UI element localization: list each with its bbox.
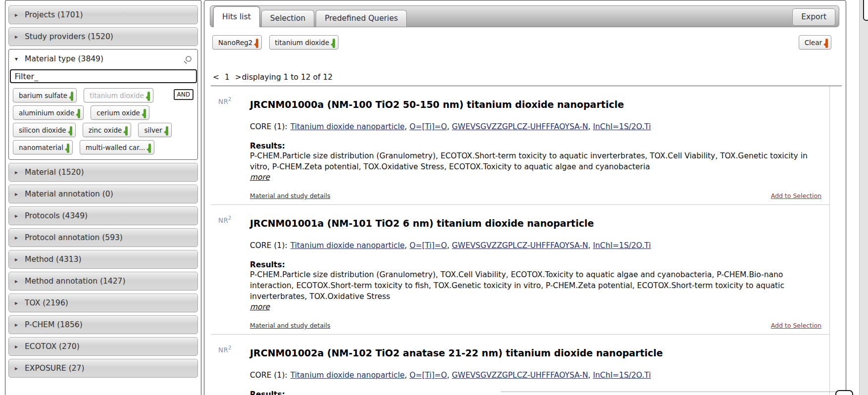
- accordion-section-protocol-annotation[interactable]: ▸ Protocol annotation (593): [8, 228, 198, 247]
- caret-right-icon: ▸: [15, 234, 18, 241]
- filter-marker-icon: [148, 144, 151, 153]
- result-card: NR2 JRCNM01001a (NM-101 TiO2 6 nm) titan…: [211, 205, 830, 335]
- active-filter-nanoreg2[interactable]: NanoReg2: [212, 35, 262, 49]
- caret-right-icon: ▸: [15, 212, 18, 219]
- accordion-label: Method (4313): [25, 255, 82, 264]
- accordion-section-projects[interactable]: ▸ Projects (1701): [8, 5, 198, 24]
- chip-label: silicon dioxide: [19, 126, 66, 134]
- accordion-label: Study providers (1520): [25, 32, 113, 41]
- chip-label: aluminium oxide: [19, 109, 74, 117]
- core-line: CORE (1):Titanium dioxide nanoparticleO=…: [250, 371, 824, 380]
- facet-chip-cerium-oxide[interactable]: cerium oxide: [91, 105, 149, 120]
- accordion-label: Material annotation (0): [25, 190, 113, 198]
- facet-filter-input[interactable]: [10, 69, 197, 83]
- add-to-selection-link[interactable]: Add to Selection: [771, 192, 821, 199]
- result-title: JRCNM01001a (NM-101 TiO2 6 nm) titanium …: [250, 218, 824, 229]
- filter-marker-icon: [256, 39, 258, 48]
- caret-right-icon: ▸: [15, 278, 18, 285]
- core-link-name[interactable]: Titanium dioxide nanoparticle: [290, 122, 405, 131]
- accordion-section-study-providers[interactable]: ▸ Study providers (1520): [8, 27, 198, 46]
- vertical-scrollbar[interactable]: [859, 0, 868, 395]
- material-study-details-link[interactable]: Material and study details: [250, 322, 331, 329]
- export-button[interactable]: Export: [792, 8, 835, 26]
- accordion-label: Projects (1701): [25, 10, 83, 19]
- facet-chip-titanium-dioxide[interactable]: titanium dioxide: [84, 88, 153, 102]
- core-link-name[interactable]: Titanium dioxide nanoparticle: [290, 241, 405, 250]
- core-link-inchi[interactable]: InChI=1S/2O.Ti: [593, 122, 651, 131]
- core-link-inchikey[interactable]: GWEVSGVZZGPLCZ-UHFFFAOYSA-N: [452, 122, 588, 131]
- accordion-section-material[interactable]: ▸ Material (1520): [8, 163, 198, 182]
- chip-row: silicon dioxide zinc oxide silver: [13, 123, 194, 137]
- core-link-inchi[interactable]: InChI=1S/2O.Ti: [593, 371, 651, 380]
- results-list: NR2 JRCNM01000a (NM-100 TiO2 50-150 nm) …: [211, 86, 830, 395]
- more-link[interactable]: more: [250, 173, 270, 182]
- accordion-label: TOX (2196): [25, 298, 68, 307]
- prev-page-button[interactable]: <: [211, 73, 221, 82]
- accordion-label: ECOTOX (270): [25, 342, 80, 351]
- caret-right-icon: ▸: [15, 191, 18, 198]
- accordion-label: P-CHEM (1856): [25, 320, 83, 329]
- facet-chip-multi-walled-carbon[interactable]: multi-walled car...: [80, 140, 154, 154]
- caret-right-icon: ▸: [15, 169, 18, 176]
- material-type-chips: barium sulfate titanium dioxide AND alum…: [9, 87, 197, 154]
- filter-marker-icon: [71, 92, 73, 101]
- chip-label: multi-walled car...: [86, 144, 145, 151]
- current-page[interactable]: 1: [223, 73, 231, 82]
- search-icon[interactable]: [186, 56, 192, 62]
- core-link-inchi[interactable]: InChI=1S/2O.Ti: [593, 241, 651, 250]
- accordion-section-method[interactable]: ▸ Method (4313): [8, 250, 198, 269]
- accordion-section-method-annotation[interactable]: ▸ Method annotation (1427): [8, 272, 198, 291]
- core-link-inchikey[interactable]: GWEVSGVZZGPLCZ-UHFFFAOYSA-N: [452, 371, 588, 380]
- caret-right-icon: ▸: [15, 299, 18, 306]
- core-link-smiles[interactable]: O=[Ti]=O: [409, 122, 447, 131]
- core-link-smiles[interactable]: O=[Ti]=O: [409, 241, 447, 250]
- results-text: P-CHEM.Particle size distribution (Granu…: [250, 269, 824, 302]
- accordion-section-tox[interactable]: ▸ TOX (2196): [8, 294, 198, 312]
- tab-selection[interactable]: Selection: [261, 10, 314, 27]
- accordion-section-material-type[interactable]: ▾ Material type (3849): [9, 49, 197, 68]
- core-line: CORE (1):Titanium dioxide nanoparticleO=…: [250, 241, 824, 250]
- accordion-label: Material type (3849): [25, 54, 103, 63]
- facet-chip-aluminium-oxide[interactable]: aluminium oxide: [13, 105, 84, 120]
- tab-hits-list[interactable]: Hits list: [213, 6, 260, 27]
- add-to-selection-link[interactable]: Add to Selection: [771, 322, 821, 329]
- accordion-label: Method annotation (1427): [25, 277, 125, 286]
- material-study-details-link[interactable]: Material and study details: [250, 192, 331, 199]
- result-body: JRCNM01002a (NM-102 TiO2 anatase 21-22 n…: [250, 343, 829, 395]
- chip-label: titanium dioxide: [275, 39, 330, 47]
- result-footer: Material and study details Add to Select…: [250, 192, 824, 199]
- active-filter-titanium-dioxide[interactable]: titanium dioxide: [269, 35, 339, 49]
- filter-marker-icon: [67, 144, 69, 153]
- and-operator-button[interactable]: AND: [174, 89, 193, 100]
- clear-filters-button[interactable]: Clear: [799, 35, 831, 49]
- chip-label: barium sulfate: [19, 92, 67, 99]
- facet-chip-silver[interactable]: silver: [138, 123, 171, 137]
- facet-chip-silicon-dioxide[interactable]: silicon dioxide: [13, 123, 76, 137]
- accordion-section-exposure[interactable]: ▸ EXPOSURE (27): [8, 359, 198, 378]
- bottom-scrollbar-edge: [501, 392, 846, 392]
- more-link[interactable]: more: [250, 302, 270, 311]
- nanoreg2-badge: NR2: [218, 94, 250, 199]
- filter-marker-icon: [825, 39, 828, 48]
- accordion-label: Material (1520): [25, 168, 84, 177]
- core-link-smiles[interactable]: O=[Ti]=O: [409, 371, 447, 380]
- result-footer: Material and study details Add to Select…: [250, 322, 824, 329]
- top-right-panel-fragment: [863, 0, 868, 21]
- facet-chip-nanomaterial[interactable]: nanomaterial: [13, 140, 73, 154]
- next-page-button[interactable]: >: [234, 73, 241, 82]
- accordion-section-protocols[interactable]: ▸ Protocols (4349): [8, 206, 198, 225]
- bottom-right-panel-fragment: [835, 390, 853, 395]
- facet-chip-barium-sulfate[interactable]: barium sulfate: [13, 88, 77, 102]
- facet-chip-zinc-oxide[interactable]: zinc oxide: [83, 123, 132, 137]
- chip-row: barium sulfate titanium dioxide AND: [13, 88, 194, 102]
- accordion-label: EXPOSURE (27): [25, 364, 84, 373]
- accordion-section-material-annotation[interactable]: ▸ Material annotation (0): [8, 185, 198, 203]
- accordion-section-ecotox[interactable]: ▸ ECOTOX (270): [8, 337, 198, 356]
- chip-row: aluminium oxide cerium oxide: [13, 105, 194, 120]
- result-title: JRCNM01002a (NM-102 TiO2 anatase 21-22 n…: [250, 347, 824, 358]
- core-link-inchikey[interactable]: GWEVSGVZZGPLCZ-UHFFFAOYSA-N: [452, 241, 588, 250]
- accordion-section-p-chem[interactable]: ▸ P-CHEM (1856): [8, 315, 198, 334]
- core-link-name[interactable]: Titanium dioxide nanoparticle: [290, 371, 405, 380]
- caret-right-icon: ▸: [15, 256, 18, 263]
- tab-predefined-queries[interactable]: Predefined Queries: [316, 10, 407, 27]
